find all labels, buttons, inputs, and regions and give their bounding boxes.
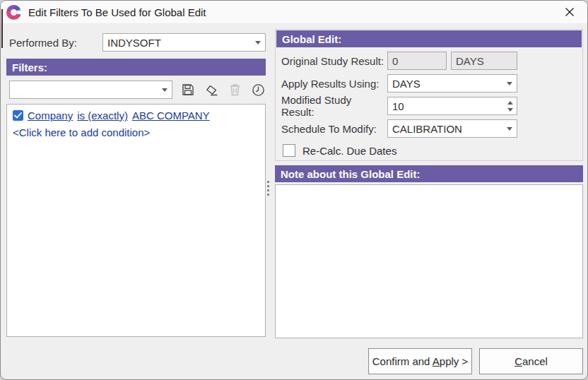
condition-checkbox[interactable] [13,110,23,121]
chevron-down-icon [507,82,512,85]
apply-results-combobox[interactable]: DAYS [387,74,517,93]
filters-panel: Performed By: INDYSOFT Filters: [6,29,266,337]
chevron-down-icon [507,127,512,131]
recalc-label: Re-Calc. Due Dates [302,145,396,157]
dialog-body: Performed By: INDYSOFT Filters: [1,24,587,379]
schedule-modify-row: Schedule To Modify: CALIBRATION [281,119,577,138]
modified-study-label: Modified Study Result: [281,94,387,118]
panel-splitter[interactable] [265,24,274,335]
global-edit-header-bar: Global Edit: [276,30,582,47]
note-textarea[interactable] [275,184,583,338]
filters-header-label: Filters: [12,61,47,73]
dialog-edit-filters: Edit Filters To Be Used for Global Edit … [0,0,588,380]
global-edit-group: Global Edit: Original Study Result: 0 DA… [275,29,583,161]
performed-by-label: Performed By: [9,37,102,49]
apply-results-row: Apply Results Using: DAYS [281,74,577,93]
schedule-modify-label: Schedule To Modify: [281,123,387,135]
check-icon [14,112,22,119]
performed-by-row: Performed By: INDYSOFT [9,33,266,52]
performed-by-value: INDYSOFT [107,37,251,49]
spin-up-icon[interactable] [507,101,513,105]
cancel-label-mnemonic: C [514,355,522,367]
condition-field-link[interactable]: Company [28,109,73,121]
modified-study-value: 10 [392,100,404,112]
close-button[interactable] [558,3,582,21]
clock-icon [251,83,266,97]
spinner-buttons [505,98,515,114]
original-study-value: 0 [392,55,398,67]
saved-filter-combobox[interactable] [9,81,172,99]
condition-operator-link[interactable]: is (exactly) [77,109,128,121]
performed-by-combobox[interactable]: INDYSOFT [102,33,266,52]
schedule-modify-value: CALIBRATION [392,123,502,135]
original-study-row: Original Study Result: 0 DAYS [281,52,577,70]
original-study-unit-field: DAYS [451,52,517,70]
title-bar: Edit Filters To Be Used for Global Edit [1,1,587,24]
original-study-value-field: 0 [387,52,447,70]
condition-value-link[interactable]: ABC COMPANY [132,109,210,121]
splitter-grip-icon [267,181,269,196]
original-study-label: Original Study Result: [281,55,387,67]
apply-results-value: DAYS [392,78,502,90]
close-icon [565,7,575,17]
window-edge-shadow [1,9,3,48]
confirm-label-post: pply > [440,355,468,367]
delete-filter-button[interactable] [227,82,242,97]
add-condition-link[interactable]: <Click here to add condition> [13,126,259,138]
global-edit-panel: Global Edit: Original Study Result: 0 DA… [275,29,583,338]
note-section: Note about this Global Edit: [275,165,583,338]
spin-down-icon[interactable] [507,108,513,112]
save-filter-button[interactable] [180,82,196,97]
apply-results-label: Apply Results Using: [281,78,387,90]
cancel-label-post: ancel [522,355,548,367]
dialog-title: Edit Filters To Be Used for Global Edit [28,6,206,18]
filter-conditions-list: Company is (exactly) ABC COMPANY <Click … [6,104,266,337]
confirm-apply-button[interactable]: Confirm and Apply > [368,348,472,374]
chevron-down-icon [162,88,167,92]
clear-filter-button[interactable] [204,82,219,97]
filter-history-button[interactable] [250,82,266,97]
trash-icon [228,83,242,97]
recalc-row: Re-Calc. Due Dates [283,144,577,157]
filters-header-bar: Filters: [6,59,266,76]
eraser-icon [204,83,219,97]
schedule-modify-combobox[interactable]: CALIBRATION [387,119,517,138]
cancel-button[interactable]: Cancel [479,348,583,374]
filters-toolbar [9,81,266,99]
app-logo-icon [6,5,21,20]
confirm-label-pre: Confirm and [372,355,433,367]
original-study-unit: DAYS [456,55,484,67]
chevron-down-icon [255,41,261,44]
note-header-bar: Note about this Global Edit: [275,165,583,182]
modified-study-spinner[interactable]: 10 [387,97,517,115]
modified-study-row: Modified Study Result: 10 [281,97,577,115]
floppy-disk-icon [181,83,195,97]
note-header-label: Note about this Global Edit: [281,168,421,180]
global-edit-header-label: Global Edit: [282,33,341,45]
recalc-checkbox[interactable] [283,144,295,157]
filter-condition-row: Company is (exactly) ABC COMPANY [13,109,259,121]
confirm-label-mnemonic: A [433,355,440,367]
